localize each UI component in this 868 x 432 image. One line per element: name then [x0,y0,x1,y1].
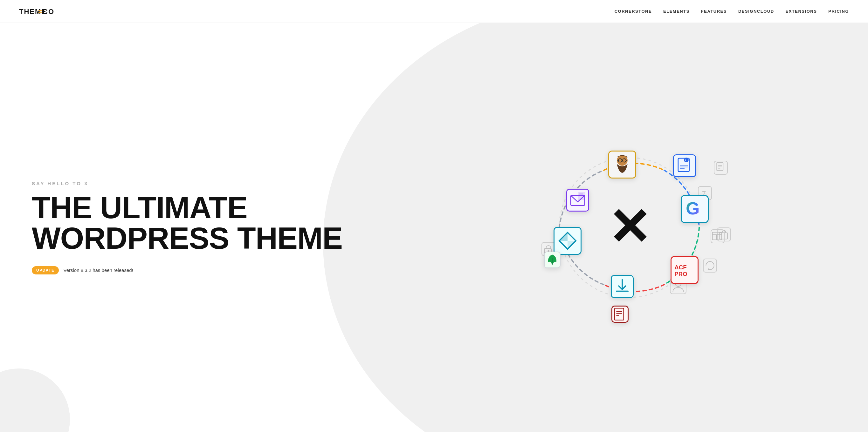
logo[interactable]: THEME CO [19,7,60,16]
center-x-logo: ✕ [608,202,651,253]
svg-point-32 [684,158,689,162]
icon-ghost-doc [714,161,728,175]
svg-rect-40 [713,232,722,240]
update-bar: UPDATE Version 8.3.2 has been released! [32,266,342,274]
svg-rect-16 [579,195,582,196]
icon-envelope [566,189,589,211]
icon-gradient-g: G [681,195,709,223]
svg-line-10 [617,160,618,161]
nav-features[interactable]: FEATURES [701,9,727,14]
svg-rect-2 [38,10,42,11]
icon-ghost-table [711,229,724,243]
svg-rect-14 [578,192,585,200]
icon-download [611,275,634,298]
hero-content: SAY HELLO TO X THE ULTIMATE WORDPRESS TH… [0,155,368,300]
icon-ghost-refresh [703,259,717,272]
hero-title: THE ULTIMATE WORDPRESS THEME [32,193,342,254]
nav-designcloud[interactable]: DESIGNCLOUD [738,9,774,14]
icon-acf-pro: ACF PRO [671,256,699,284]
svg-rect-15 [579,194,583,194]
icon-green-leaf [544,252,561,268]
svg-rect-26 [717,163,723,171]
hero-diagram: ✕ [391,23,868,432]
site-header: THEME CO CORNERSTONE ELEMENTS FEATURES D… [0,0,868,23]
icon-diagram: ✕ [537,135,721,320]
main-nav: CORNERSTONE ELEMENTS FEATURES DESIGNCLOU… [615,9,849,14]
svg-text:CO: CO [42,8,54,15]
svg-text:ACF: ACF [675,264,687,271]
svg-line-11 [626,160,627,161]
logo-svg: THEME CO [19,7,60,16]
bottom-blob [0,368,70,432]
icon-cornerstone [554,227,582,255]
icon-small-doc-red [612,306,628,323]
hero-eyebrow: SAY HELLO TO X [32,181,342,186]
icon-beard-avatar [608,151,636,178]
nav-cornerstone[interactable]: CORNERSTONE [615,9,652,14]
svg-text:PRO: PRO [675,271,687,277]
hero-section: SAY HELLO TO X THE ULTIMATE WORDPRESS TH… [0,23,868,432]
nav-elements[interactable]: ELEMENTS [663,9,690,14]
nav-extensions[interactable]: EXTENSIONS [786,9,817,14]
svg-text:i: i [685,159,686,162]
update-text: Version 8.3.2 has been released! [63,267,133,273]
update-badge[interactable]: UPDATE [32,266,59,274]
svg-rect-3 [38,12,42,13]
icon-blue-doc: i [673,154,696,177]
svg-text:G: G [686,198,700,218]
nav-pricing[interactable]: PRICING [828,9,849,14]
